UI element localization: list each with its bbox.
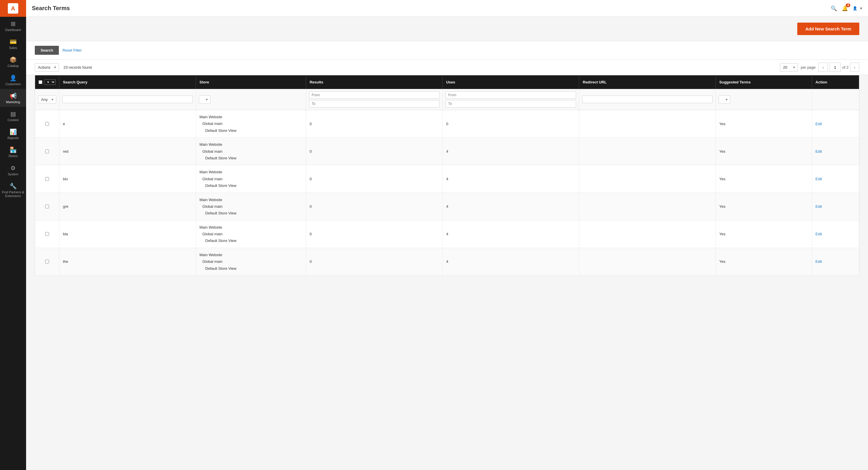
logo-icon: A <box>8 3 18 13</box>
sidebar-item-stores[interactable]: 🏪 Stores <box>0 143 26 161</box>
cell-search-query-0: e <box>59 110 196 138</box>
user-avatar-icon: 👤 <box>852 6 857 10</box>
row-checkbox-5[interactable] <box>45 260 49 263</box>
sidebar-logo: A <box>0 0 26 17</box>
actions-select[interactable]: Actions <box>35 63 59 72</box>
cell-redirect-url-3 <box>579 193 716 220</box>
sidebar-item-catalog[interactable]: 📦 Catalog <box>0 53 26 71</box>
sidebar-item-system[interactable]: ⚙ System <box>0 161 26 179</box>
row-checkbox-2[interactable] <box>45 177 49 181</box>
cell-checkbox-5 <box>35 248 59 275</box>
cell-suggested-terms-2: Yes <box>716 165 812 193</box>
sidebar-item-catalog-label: Catalog <box>7 64 19 68</box>
filter-bar: Search Reset Filter <box>26 41 868 60</box>
page-title: Search Terms <box>32 5 831 11</box>
cell-uses-0: 0 <box>442 110 579 138</box>
page-content: Add New Search Term Search Reset Filter … <box>26 17 868 470</box>
actions-right: 20 50 100 per page ‹ of 2 › <box>780 63 859 72</box>
notifications-icon[interactable]: 🔔 4 <box>842 5 848 11</box>
partners-icon: 🔧 <box>9 183 17 189</box>
filter-search-query-input[interactable] <box>62 96 193 103</box>
filter-cell-redirect-url <box>579 89 716 110</box>
edit-link-0[interactable]: Edit <box>815 122 822 126</box>
filter-any-select[interactable]: Any <box>38 95 56 104</box>
sidebar-item-customers-label: Customers <box>5 82 21 86</box>
table-row: red Main Website Global main Default Sto… <box>35 138 859 165</box>
actions-bar: Actions 23 records found 20 50 100 per p… <box>26 60 868 75</box>
sidebar-item-marketing-label: Marketing <box>6 100 20 104</box>
filter-results-range <box>309 91 439 107</box>
filter-results-to[interactable] <box>309 100 439 107</box>
th-redirect-url: Redirect URL <box>579 75 716 89</box>
search-terms-table: ▼ Search Query Store Results Uses Redire… <box>35 75 859 275</box>
sidebar-item-customers[interactable]: 👤 Customers <box>0 71 26 89</box>
th-checkbox: ▼ <box>35 75 59 89</box>
filter-uses-range <box>445 91 576 107</box>
next-page-button[interactable]: › <box>850 63 859 72</box>
select-all-dropdown[interactable]: ▼ <box>44 79 56 85</box>
cell-uses-4: 4 <box>442 220 579 248</box>
edit-link-4[interactable]: Edit <box>815 232 822 236</box>
per-page-label: per page <box>801 65 815 70</box>
reset-filter-button[interactable]: Reset Filter <box>62 48 82 53</box>
filter-suggested-wrap <box>719 95 730 104</box>
cell-results-0: 0 <box>306 110 442 138</box>
th-action: Action <box>812 75 859 89</box>
filter-cell-results <box>306 89 442 110</box>
edit-link-5[interactable]: Edit <box>815 259 822 264</box>
edit-link-2[interactable]: Edit <box>815 177 822 181</box>
cell-checkbox-1 <box>35 138 59 165</box>
filter-store-select[interactable] <box>199 95 211 104</box>
prev-page-button[interactable]: ‹ <box>818 63 828 72</box>
sidebar-item-sales-label: Sales <box>9 46 17 50</box>
table-wrapper: ▼ Search Query Store Results Uses Redire… <box>26 75 868 284</box>
filter-store-wrap <box>199 95 211 104</box>
cell-store-2: Main Website Global main Default Store V… <box>196 165 306 193</box>
row-checkbox-4[interactable] <box>45 232 49 236</box>
user-menu[interactable]: 👤 ▾ <box>852 6 862 10</box>
select-all-checkbox[interactable] <box>38 80 42 84</box>
cell-redirect-url-4 <box>579 220 716 248</box>
per-page-select-wrap: 20 50 100 <box>780 63 798 72</box>
sidebar-item-content[interactable]: ▤ Content <box>0 107 26 125</box>
filter-uses-from[interactable] <box>445 91 576 99</box>
filter-redirect-url-input[interactable] <box>582 96 713 103</box>
edit-link-1[interactable]: Edit <box>815 149 822 154</box>
per-page-select[interactable]: 20 50 100 <box>780 63 798 72</box>
page-number-input[interactable] <box>829 63 841 72</box>
edit-link-3[interactable]: Edit <box>815 204 822 209</box>
row-checkbox-0[interactable] <box>45 122 49 126</box>
cell-checkbox-0 <box>35 110 59 138</box>
row-checkbox-1[interactable] <box>45 149 49 153</box>
table-filter-row: Any <box>35 89 859 110</box>
pagination: ‹ of 2 › <box>818 63 859 72</box>
search-icon[interactable]: 🔍 <box>831 5 837 11</box>
filter-results-from[interactable] <box>309 91 439 99</box>
topbar: Search Terms 🔍 🔔 4 👤 ▾ <box>26 0 868 17</box>
filter-uses-to[interactable] <box>445 100 576 107</box>
sidebar-item-partners[interactable]: 🔧 Find Partners & Extensions <box>0 179 26 201</box>
row-checkbox-3[interactable] <box>45 205 49 208</box>
sidebar-item-sales[interactable]: 💳 Sales <box>0 35 26 53</box>
sidebar-item-marketing[interactable]: 📢 Marketing <box>0 89 26 107</box>
cell-uses-5: 4 <box>442 248 579 275</box>
cell-store-0: Main Website Global main Default Store V… <box>196 110 306 138</box>
cell-search-query-1: red <box>59 138 196 165</box>
cell-results-1: 0 <box>306 138 442 165</box>
table-header-row: ▼ Search Query Store Results Uses Redire… <box>35 75 859 89</box>
filter-suggested-select[interactable] <box>719 95 730 104</box>
cell-search-query-2: blu <box>59 165 196 193</box>
sidebar-item-reports[interactable]: 📊 Reports <box>0 125 26 143</box>
records-count: 23 records found <box>63 65 92 70</box>
add-new-search-term-button[interactable]: Add New Search Term <box>797 23 859 35</box>
sidebar-item-dashboard[interactable]: ⊞ Dashboard <box>0 17 26 35</box>
filter-cell-checkbox: Any <box>35 89 59 110</box>
sidebar-item-reports-label: Reports <box>7 136 19 140</box>
content-header: Add New Search Term <box>26 17 868 41</box>
search-button[interactable]: Search <box>35 46 59 55</box>
table-row: bla Main Website Global main Default Sto… <box>35 220 859 248</box>
th-store: Store <box>196 75 306 89</box>
sidebar-item-dashboard-label: Dashboard <box>5 28 21 32</box>
cell-action-2: Edit <box>812 165 859 193</box>
cell-checkbox-2 <box>35 165 59 193</box>
